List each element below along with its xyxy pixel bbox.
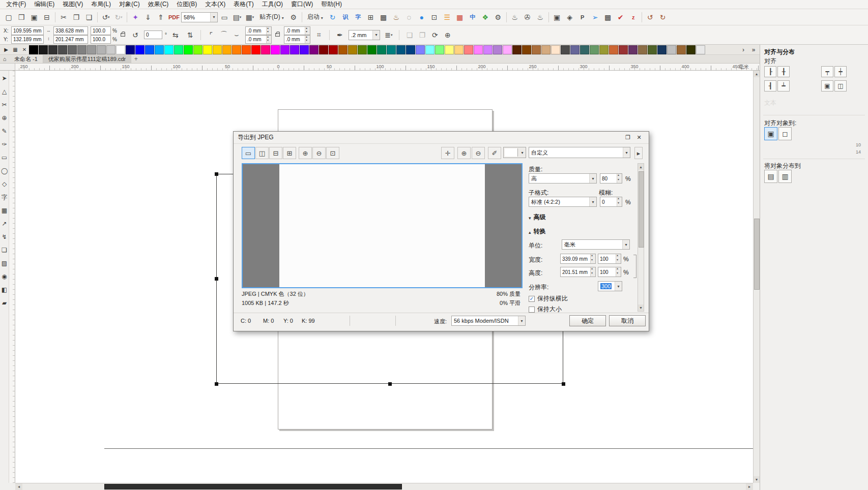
color-swatch[interactable] <box>377 45 386 54</box>
selection-handle[interactable] <box>215 172 218 176</box>
stepper-down-button[interactable] <box>591 272 595 277</box>
menu-item[interactable]: 窗口(W) <box>287 0 317 9</box>
align-top-button[interactable]: ┯ <box>821 66 833 77</box>
redo-alt-icon[interactable]: ↻ <box>657 11 669 23</box>
color-swatch[interactable] <box>358 45 367 54</box>
bitmap-edit-icon[interactable]: ⊡ <box>428 11 441 23</box>
color-swatch[interactable] <box>590 45 599 54</box>
color-swatch[interactable] <box>300 45 309 54</box>
plugin-icon-2[interactable]: ✇ <box>522 11 534 23</box>
color-swatch[interactable] <box>686 45 696 54</box>
transform-section-header[interactable]: 转换 <box>529 227 546 236</box>
stepper-down-button[interactable] <box>616 259 621 263</box>
cut-icon[interactable]: ✂ <box>57 11 70 23</box>
text-tool[interactable]: 字 <box>0 191 9 204</box>
cancel-button[interactable]: 取消 <box>609 315 646 326</box>
cup-icon[interactable]: ♨ <box>390 11 402 23</box>
green-plugin-icon[interactable]: ❖ <box>479 11 491 23</box>
subformat-combo[interactable]: 标准 (4:2:2) <box>529 197 597 207</box>
marquee-icon[interactable]: ◌ <box>403 11 415 23</box>
color-swatch[interactable] <box>135 45 144 54</box>
color-swatch[interactable] <box>551 45 560 54</box>
menu-item[interactable]: 表格(T) <box>229 0 257 9</box>
scrollbar-thumb[interactable] <box>104 484 402 489</box>
menu-item[interactable]: 效果(C) <box>144 0 173 9</box>
vertical-scrollbar[interactable] <box>753 71 760 483</box>
scroll-down-icon[interactable] <box>638 304 644 311</box>
object-height-field[interactable]: 201.247 mm <box>53 35 88 44</box>
ellipse-tool[interactable]: ◯ <box>0 164 9 177</box>
menu-item[interactable]: 视图(V) <box>59 0 87 9</box>
new-tab-button[interactable]: + <box>131 55 140 63</box>
color-swatch[interactable] <box>570 45 580 54</box>
color-swatch[interactable] <box>696 45 705 54</box>
align-to-active-objects-button[interactable]: ▣ <box>764 127 777 140</box>
width-field[interactable]: 339.09 mm <box>560 254 596 264</box>
menu-item[interactable]: 布局(L) <box>87 0 115 9</box>
color-swatch[interactable] <box>280 45 290 54</box>
color-swatch[interactable] <box>435 45 444 54</box>
red-grid-icon[interactable]: ▦ <box>454 11 466 23</box>
zoom-out-tool-button[interactable]: ⊖ <box>312 147 326 159</box>
pan-tool-button[interactable]: ✛ <box>441 147 454 159</box>
checkbox-checked-icon[interactable] <box>529 296 535 302</box>
align-page-center-button[interactable]: ▣ <box>821 80 833 91</box>
check-plugin-icon[interactable]: ✔ <box>615 11 627 23</box>
undo-alt-icon[interactable]: ↺ <box>644 11 656 23</box>
connector-tool[interactable]: ↯ <box>0 230 9 243</box>
corner-radius-field[interactable]: .0 mm <box>245 26 272 35</box>
paste-icon[interactable]: ❏ <box>83 11 95 23</box>
horizontal-ruler[interactable]: 2502001501005005010015020025030035040045… <box>0 64 760 71</box>
resolution-combo[interactable]: 300 <box>598 281 622 291</box>
frame-plugin-icon[interactable]: ▣ <box>551 11 563 23</box>
palette-expand-icon[interactable]: » <box>749 45 758 54</box>
color-swatch[interactable] <box>677 45 686 54</box>
scroll-up-icon[interactable] <box>754 71 760 77</box>
polygon-tool[interactable]: ◇ <box>0 177 9 191</box>
stepper-down-button[interactable] <box>617 202 622 206</box>
color-swatch[interactable] <box>68 45 77 54</box>
color-swatch[interactable] <box>29 45 38 54</box>
stair-down-icon[interactable]: ❐ <box>416 29 428 41</box>
color-swatch[interactable] <box>396 45 406 54</box>
p-plugin-icon[interactable]: P <box>576 11 589 23</box>
color-swatch[interactable] <box>493 45 502 54</box>
selection-handle[interactable] <box>215 382 218 386</box>
dialog-title-bar[interactable]: 导出到 JPEG ❐ ✕ <box>234 132 649 144</box>
color-swatch[interactable] <box>445 45 454 54</box>
print-icon[interactable]: ⊟ <box>41 11 53 23</box>
color-swatch[interactable] <box>48 45 57 54</box>
color-swatch[interactable] <box>329 45 338 54</box>
z-plugin-icon[interactable]: z <box>627 11 640 23</box>
interactive-fill-tool[interactable]: ◧ <box>0 283 9 296</box>
stepper-down-button[interactable] <box>267 30 271 35</box>
crop-tool[interactable]: ✂ <box>0 98 9 111</box>
color-swatch[interactable] <box>638 45 647 54</box>
speed-combo[interactable]: 56 kbps Modem/ISDN <box>451 316 526 326</box>
tab-untitled-document[interactable]: 未命名 -1 <box>9 55 43 63</box>
blue-dot-icon[interactable]: ● <box>416 11 428 23</box>
advanced-section-header[interactable]: 高级 <box>529 213 546 222</box>
zoom-in-button[interactable]: ⊕ <box>457 147 471 159</box>
zoom-tool[interactable]: ⊕ <box>0 111 9 125</box>
pick-tool[interactable]: ➤ <box>0 72 9 85</box>
stepper-down-button[interactable] <box>267 39 271 43</box>
wrap-text-button[interactable]: ≣▾ <box>383 29 395 41</box>
stepper-down-button[interactable] <box>616 272 621 277</box>
four-previews-button[interactable]: ⊞ <box>283 147 296 159</box>
color-swatch[interactable] <box>348 45 357 54</box>
mirror-vertical-button[interactable]: ⇅ <box>184 29 196 41</box>
scale-h-field[interactable]: 100.0 <box>91 26 111 35</box>
corner-radius-field[interactable]: .0 mm <box>284 35 310 44</box>
chevron-down-icon[interactable] <box>589 197 596 206</box>
color-swatch[interactable] <box>145 45 154 54</box>
view-mode-icon[interactable]: ▤▾ <box>231 11 243 23</box>
color-swatch[interactable] <box>290 45 299 54</box>
color-swatch[interactable] <box>532 45 541 54</box>
color-swatch[interactable] <box>164 45 173 54</box>
object-width-field[interactable]: 338.628 mm <box>53 26 88 35</box>
undo-icon[interactable]: ↺▾ <box>100 11 112 23</box>
eyedropper-button[interactable]: ✐ <box>488 147 501 159</box>
full-preview-button[interactable]: ▭ <box>242 147 255 159</box>
height-percent-field[interactable]: 100 <box>598 267 621 277</box>
